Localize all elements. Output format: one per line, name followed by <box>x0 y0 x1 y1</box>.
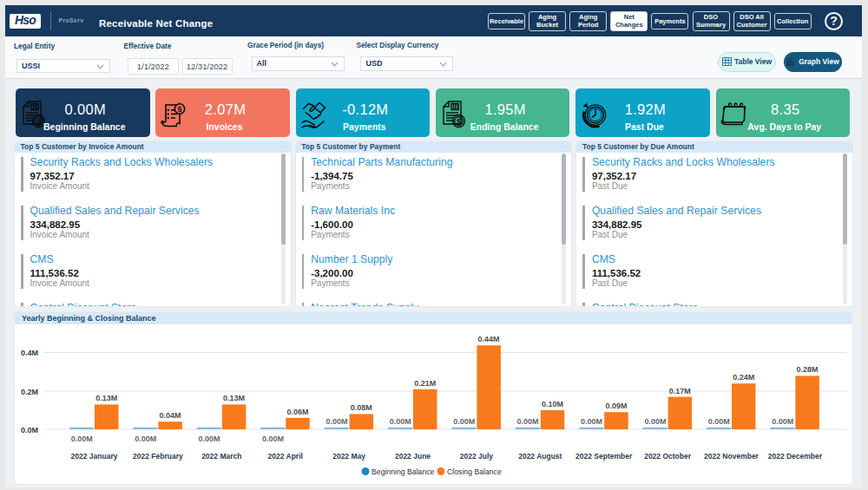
svg-text:0.24M: 0.24M <box>733 373 754 382</box>
svg-text:0.2M: 0.2M <box>21 388 38 396</box>
svg-text:0.00M: 0.00M <box>644 417 666 426</box>
svg-text:2022 November: 2022 November <box>704 452 760 461</box>
svg-text:0.00M: 0.00M <box>581 417 602 426</box>
svg-text:0.09M: 0.09M <box>605 402 627 410</box>
svg-text:0.0M: 0.0M <box>21 426 38 434</box>
svg-text:2022 September: 2022 September <box>575 452 633 461</box>
svg-text:Beginning Balance: Beginning Balance <box>372 467 435 476</box>
svg-text:0.13M: 0.13M <box>223 394 245 402</box>
svg-text:0.44M: 0.44M <box>478 335 500 343</box>
svg-text:0.00M: 0.00M <box>517 417 539 426</box>
svg-text:0.28M: 0.28M <box>797 365 819 374</box>
svg-text:0.00M: 0.00M <box>135 434 156 443</box>
svg-text:2022 December: 2022 December <box>768 452 823 461</box>
svg-text:2022 January: 2022 January <box>71 452 118 461</box>
svg-text:0.21M: 0.21M <box>414 379 436 388</box>
svg-text:0.00M: 0.00M <box>326 417 347 426</box>
svg-text:2022 May: 2022 May <box>332 452 365 461</box>
svg-text:0.00M: 0.00M <box>390 417 411 426</box>
svg-text:2022 June: 2022 June <box>395 452 431 461</box>
svg-text:0.10M: 0.10M <box>542 400 563 408</box>
svg-text:0.13M: 0.13M <box>95 394 117 402</box>
svg-text:2022 April: 2022 April <box>268 452 303 461</box>
svg-text:0.00M: 0.00M <box>71 434 93 443</box>
svg-text:2022 October: 2022 October <box>644 452 692 461</box>
svg-text:0.00M: 0.00M <box>199 434 220 443</box>
svg-text:0.00M: 0.00M <box>772 417 793 426</box>
svg-text:0.17M: 0.17M <box>669 387 691 395</box>
svg-text:2022 February: 2022 February <box>133 452 183 461</box>
svg-text:0.08M: 0.08M <box>351 403 372 412</box>
svg-text:0.00M: 0.00M <box>708 417 730 426</box>
svg-text:2022 August: 2022 August <box>518 452 562 461</box>
svg-text:2022 July: 2022 July <box>460 452 494 461</box>
svg-text:0.06M: 0.06M <box>286 408 308 416</box>
svg-text:0.00M: 0.00M <box>453 417 475 426</box>
svg-text:0.00M: 0.00M <box>262 434 284 443</box>
svg-text:0.4M: 0.4M <box>21 349 38 357</box>
svg-text:2022 March: 2022 March <box>201 452 241 461</box>
svg-text:0.04M: 0.04M <box>160 411 181 420</box>
svg-text:Closing Balance: Closing Balance <box>447 467 502 476</box>
